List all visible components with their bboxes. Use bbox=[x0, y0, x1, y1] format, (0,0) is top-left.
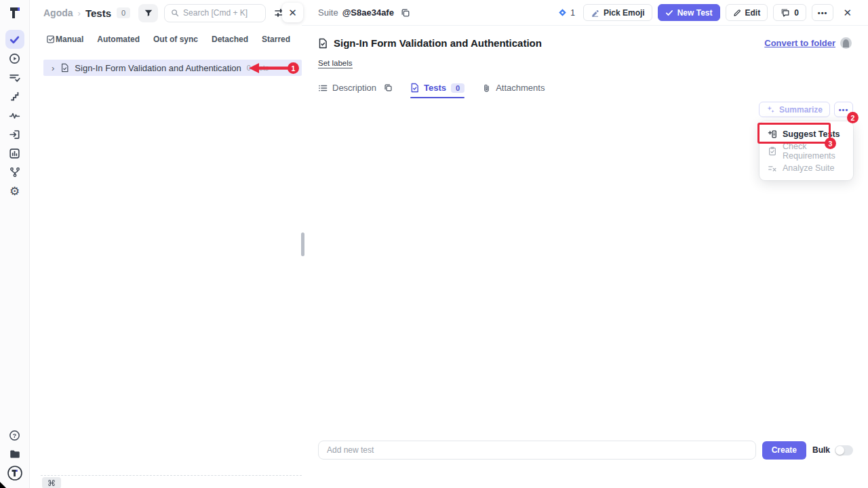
search-placeholder: Search [Cmd + K] bbox=[183, 8, 248, 18]
copy-description-icon[interactable] bbox=[384, 83, 393, 92]
create-button[interactable]: Create bbox=[762, 441, 806, 460]
tab-tests[interactable]: Tests 0 bbox=[410, 83, 465, 93]
tests-count-badge: 0 bbox=[117, 7, 130, 18]
annotation-highlight-rect bbox=[757, 123, 831, 144]
add-test-input[interactable] bbox=[318, 441, 756, 460]
annotation-step-2: 2 bbox=[847, 112, 859, 123]
suite-title-row: Sign-In Form Validation and Authenticati… bbox=[302, 37, 868, 49]
nav-runs-icon[interactable] bbox=[5, 49, 24, 68]
search-icon bbox=[171, 9, 179, 17]
nav-tests-icon[interactable] bbox=[5, 30, 24, 49]
annotation-arrow-1 bbox=[248, 62, 290, 74]
comment-icon bbox=[781, 8, 790, 18]
menu-item-check-requirements[interactable]: Check Requirements bbox=[760, 142, 853, 159]
filter-starred[interactable]: Starred bbox=[262, 35, 290, 44]
nav-plans-icon[interactable] bbox=[5, 68, 24, 87]
quick-filters: Manual Automated Out of sync Detached St… bbox=[30, 35, 302, 44]
header-more-button[interactable]: ••• bbox=[812, 4, 834, 21]
assignee-avatar[interactable] bbox=[840, 37, 852, 49]
edit-button[interactable]: Edit bbox=[726, 4, 768, 21]
breadcrumb-separator: › bbox=[78, 8, 81, 18]
mouse-cursor bbox=[0, 482, 6, 488]
app-rail: ⚙ ? bbox=[0, 0, 30, 488]
expand-chevron-icon[interactable]: › bbox=[52, 64, 54, 73]
filter-out-of-sync[interactable]: Out of sync bbox=[153, 35, 198, 44]
annotation-step-3: 3 bbox=[825, 138, 836, 149]
entity-id: @S8ae34afe bbox=[342, 7, 394, 18]
tree-toolbar: Agoda › Tests 0 Search [Cmd + K] bbox=[30, 0, 302, 26]
suite-header: Suite @S8ae34afe 1 Pick Emoji New Test E… bbox=[302, 0, 868, 26]
summarize-button[interactable]: Summarize bbox=[759, 102, 830, 117]
tests-doc-icon bbox=[410, 83, 419, 93]
bulk-toggle[interactable] bbox=[835, 445, 853, 455]
set-labels-link[interactable]: Set labels bbox=[318, 59, 353, 68]
nav-branches-icon[interactable] bbox=[5, 163, 24, 182]
sparkles-icon bbox=[766, 105, 775, 114]
account-avatar[interactable] bbox=[5, 464, 24, 483]
filter-button[interactable] bbox=[138, 4, 158, 22]
suite-title-doc-icon bbox=[318, 38, 328, 49]
filter-manual[interactable]: Manual bbox=[56, 35, 83, 44]
convert-to-folder-link[interactable]: Convert to folder bbox=[764, 38, 835, 48]
ai-actions-row: Summarize ••• bbox=[759, 102, 853, 117]
emoji-hand-icon bbox=[591, 8, 599, 17]
collapse-panel-button[interactable]: ✕ bbox=[282, 3, 303, 22]
linked-issues[interactable]: 1 bbox=[558, 8, 575, 18]
linked-issues-count: 1 bbox=[570, 8, 575, 18]
tree-footer-divider: ⌘ bbox=[41, 475, 302, 476]
nav-settings-icon[interactable]: ⚙ bbox=[5, 182, 24, 201]
filter-detached[interactable]: Detached bbox=[212, 35, 248, 44]
suite-title: Sign-In Form Validation and Authenticati… bbox=[334, 37, 542, 49]
cmd-shortcut-badge: ⌘ bbox=[42, 477, 61, 488]
breadcrumb-section[interactable]: Tests bbox=[85, 7, 111, 19]
projects-folder-icon[interactable] bbox=[5, 445, 24, 464]
svg-text:?: ? bbox=[13, 432, 17, 439]
check-icon bbox=[665, 9, 673, 17]
close-detail-icon[interactable]: ✕ bbox=[843, 7, 852, 19]
copy-id-icon[interactable] bbox=[401, 8, 410, 18]
jira-diamond-icon bbox=[558, 8, 567, 17]
pencil-icon bbox=[733, 9, 741, 17]
help-icon[interactable]: ? bbox=[5, 426, 24, 445]
app-logo-icon[interactable] bbox=[7, 5, 22, 20]
add-test-row: Create Bulk bbox=[318, 441, 853, 460]
suite-item-label[interactable]: Sign-In Form Validation and Authenticati… bbox=[75, 63, 241, 73]
bulk-label: Bulk bbox=[812, 445, 830, 455]
detail-tabs: Description Tests 0 Attachments bbox=[302, 83, 868, 93]
breadcrumb-project[interactable]: Agoda bbox=[43, 7, 73, 18]
entity-type-label: Suite bbox=[318, 7, 338, 18]
menu-item-analyze-suite[interactable]: Analyze Suite bbox=[760, 159, 853, 176]
nav-steps-icon[interactable] bbox=[5, 87, 24, 106]
analyze-suite-icon bbox=[768, 163, 777, 173]
funnel-icon bbox=[144, 8, 153, 18]
comments-button[interactable]: 0 bbox=[773, 4, 806, 21]
search-input[interactable]: Search [Cmd + K] bbox=[164, 4, 266, 22]
tab-attachments[interactable]: Attachments bbox=[482, 83, 545, 93]
pick-emoji-button[interactable]: Pick Emoji bbox=[583, 4, 652, 21]
filter-automated[interactable]: Automated bbox=[97, 35, 140, 44]
check-requirements-icon bbox=[768, 146, 777, 156]
nav-analytics-icon[interactable] bbox=[5, 106, 24, 125]
description-icon bbox=[318, 83, 328, 93]
suite-detail-panel: Suite @S8ae34afe 1 Pick Emoji New Test E… bbox=[302, 0, 868, 488]
new-test-button[interactable]: New Test bbox=[658, 4, 720, 21]
tab-description[interactable]: Description bbox=[318, 83, 393, 93]
nav-pulls-icon[interactable] bbox=[5, 125, 24, 144]
tests-tab-count: 0 bbox=[451, 83, 465, 93]
panel-resize-handle[interactable] bbox=[301, 232, 304, 256]
annotation-step-1: 1 bbox=[288, 62, 299, 74]
select-edit-icon[interactable] bbox=[46, 35, 56, 44]
nav-reports-icon[interactable] bbox=[5, 144, 24, 163]
suite-doc-icon bbox=[60, 63, 69, 73]
paperclip-icon bbox=[482, 83, 491, 93]
